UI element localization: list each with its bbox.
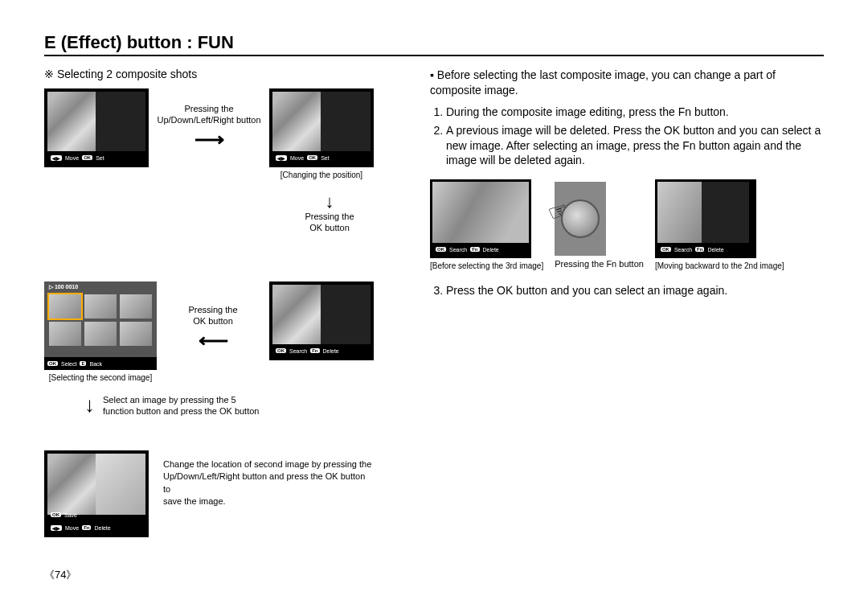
pill-move-icon: ◀▶ <box>276 155 287 161</box>
final-desc: Change the location of second image by p… <box>163 458 372 471</box>
pill-ok: OK <box>661 247 671 252</box>
arrow-down-icon: ↓ <box>285 193 374 211</box>
screen-back-to-2nd: OK Search Fn Delete <box>655 179 756 258</box>
step-text: Select an image by pressing the 5 <box>103 394 259 405</box>
bar-label: Save <box>64 512 77 518</box>
arrow-left-icon: ⟵ <box>165 327 261 355</box>
screen-step3: OK Search Fn Delete <box>269 282 374 360</box>
final-desc: save the image. <box>163 495 372 508</box>
bar-label: Search <box>289 348 307 354</box>
bar-label: Search <box>449 247 467 253</box>
bar-label: Move <box>290 155 304 161</box>
pill-ok: OK <box>307 155 317 160</box>
bar-label: Move <box>65 525 79 531</box>
final-desc: Up/Down/Left/Right button and press the … <box>163 471 372 495</box>
fn-button-panel: ☞ <box>555 182 606 256</box>
pill-ok: OK <box>276 348 286 353</box>
screen-final: OK Save ◀▶ Move Fn Delete <box>44 450 149 537</box>
step-text: Pressing the <box>165 304 261 315</box>
step-text: function button and press the OK button <box>103 405 259 417</box>
pill-e: E <box>80 361 86 366</box>
caption-changing-position: [Changing the position] <box>269 171 374 179</box>
pill-move-icon: ◀▶ <box>51 525 62 531</box>
step-1: During the composite image editing, pres… <box>446 105 824 120</box>
pill-ok: OK <box>436 247 446 252</box>
step-2: A previous image will be deleted. Press … <box>446 123 824 169</box>
pill-ok: OK <box>82 155 92 160</box>
bar-label: Delete <box>483 247 499 253</box>
bar-label: Move <box>65 155 79 161</box>
step-text: OK button <box>165 315 261 327</box>
page-title: E (Effect) button : FUN <box>44 32 824 56</box>
right-column: ▪ Before selecting the last composite im… <box>430 68 824 571</box>
pill-fn: Fn <box>310 348 319 353</box>
screen-step2: ◀▶ Move OK Set <box>269 88 374 167</box>
pressing-fn-label: Pressing the Fn button <box>555 259 644 269</box>
pill-fn: Fn <box>695 247 704 252</box>
step-text: Pressing the <box>285 211 374 222</box>
page-number: 《74》 <box>44 568 76 582</box>
left-column: ※ Selecting 2 composite shots ◀▶ Move OK… <box>44 68 406 571</box>
step-text: Pressing the <box>157 103 261 114</box>
caption-select-second: [Selecting the second image] <box>44 373 157 382</box>
thumbnail-grid-screen: ▷ 100 0010 OK Select E Back <box>44 282 157 370</box>
bar-label: Back <box>89 361 102 367</box>
caption-before-3rd: [Before selecting the 3rd image] <box>430 261 543 270</box>
arrow-right-icon: ⟶ <box>157 126 261 154</box>
bar-label: Set <box>321 155 330 161</box>
intro-bullet: ▪ Before selecting the last composite im… <box>430 68 824 98</box>
pill-fn: Fn <box>470 247 479 252</box>
pill-move-icon: ◀▶ <box>51 155 62 161</box>
bar-label: Set <box>96 155 104 161</box>
pill-ok: OK <box>47 361 58 366</box>
step-3: Press the OK button and you can select a… <box>446 283 824 298</box>
pill-fn: Fn <box>82 525 91 530</box>
caption-back-2nd: [Moving backward to the 2nd image] <box>655 261 784 270</box>
pill-ok: OK <box>51 512 61 517</box>
screen-step1: ◀▶ Move OK Set <box>44 88 149 167</box>
left-heading: ※ Selecting 2 composite shots <box>44 68 406 80</box>
step-text: OK button <box>285 222 374 233</box>
bar-label: Delete <box>707 247 723 253</box>
bar-label: Delete <box>94 525 110 531</box>
step-text: Up/Down/Left/Right button <box>157 114 261 125</box>
bar-label: Search <box>674 247 692 253</box>
bar-label: Select <box>61 361 76 367</box>
arrow-down-icon: ↓ <box>84 394 95 415</box>
screen-before-3rd: OK Search Fn Delete <box>430 179 531 258</box>
bar-label: Delete <box>323 348 339 354</box>
thumb-header: ▷ 100 0010 <box>49 284 78 290</box>
